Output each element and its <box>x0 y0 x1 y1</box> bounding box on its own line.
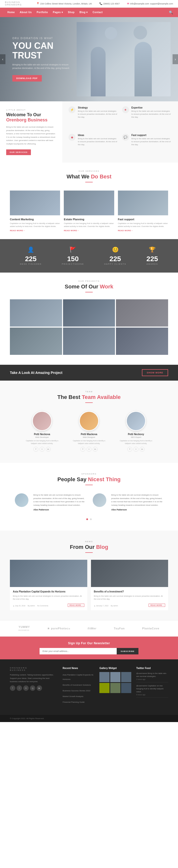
footer-linkedin-icon[interactable]: in <box>23 685 29 691</box>
hero-section: Oru Didration is What YOU CAN TRUST Brin… <box>0 17 178 101</box>
blog-read-1[interactable]: READ MORE › <box>68 603 84 607</box>
nav-blog[interactable]: Blog ▾ <box>77 8 90 17</box>
footer-twitter-icon[interactable]: t <box>16 685 22 691</box>
service-link-3[interactable]: READ MORE › <box>118 229 168 232</box>
testimonial-2: Bring to the table win-win survival stra… <box>93 490 163 515</box>
gallery-thumb-1[interactable] <box>99 672 109 682</box>
phone-text: (0800) 123 4567 <box>103 2 120 5</box>
news-link-5[interactable]: Financial Planning Guide <box>63 701 84 703</box>
gallery-thumb-2[interactable] <box>110 672 120 682</box>
news-link-2[interactable]: Benefits of Investment Solutions <box>63 684 91 686</box>
stats-section: 👤 225 DESK FINISHED 🚩 150 PROJECTSDONE 😊… <box>0 239 178 273</box>
newsletter-title: Sign Up For Our Newsletter <box>10 642 168 645</box>
footer-instagram-icon[interactable]: ig <box>30 685 35 691</box>
portfolio-item-2[interactable]: + <box>63 299 115 327</box>
testimonial-name-2: Alex Patterson <box>111 508 163 511</box>
nav-about[interactable]: About Us <box>17 8 34 17</box>
service-title-1: Content Marketing <box>10 218 60 221</box>
portfolio-item-4[interactable]: + <box>10 328 62 355</box>
twitter-icon-1[interactable]: t <box>40 447 44 452</box>
top-bar: BUSINESS ORENBORG 📍 234 Collins Street W… <box>0 0 178 8</box>
support-icon: 💬 <box>122 134 129 141</box>
service-image-1 <box>10 190 60 215</box>
gallery-thumb-5[interactable] <box>110 683 120 693</box>
gallery-thumb-3[interactable] <box>121 672 131 682</box>
partner-5: PlantaCove <box>142 627 159 630</box>
facebook-icon-2[interactable]: f <box>80 447 85 452</box>
site-logo: BUSINESS ORENBORG <box>5 1 22 6</box>
feature-expertise-desc: Bring to the table win-win survival stra… <box>132 110 172 119</box>
testimonial-avatar-1 <box>15 493 28 507</box>
twitter-icon-3[interactable]: t <box>134 447 138 452</box>
linkedin-icon-2[interactable]: in <box>93 447 98 452</box>
footer-copyright: © Copyright 2022. All Rights Reserved. <box>10 717 44 720</box>
newsletter-submit-button[interactable]: SUBSCRIBE <box>117 648 138 654</box>
twitter-icon-2[interactable]: t <box>86 447 92 452</box>
gallery-thumb-4[interactable] <box>99 683 109 693</box>
nav-portfolio[interactable]: Portfolio <box>34 8 50 17</box>
testimonials-section: SPONSORS People Say Nicest Thing Bring t… <box>0 463 178 530</box>
feature-strategy-content: Strategy Bring to the table win-win surv… <box>78 106 118 119</box>
footer-youtube-icon[interactable]: ▶ <box>37 685 42 691</box>
stat-clients-number: 225 <box>104 255 126 263</box>
stat-awards: 🏆 225 AWARDS <box>146 247 158 265</box>
hero-prev-button[interactable]: ‹ <box>0 54 5 64</box>
dot-2[interactable] <box>90 518 92 520</box>
footer-gallery-title: Gallery Widget <box>99 667 131 670</box>
gallery-thumb-6[interactable] <box>121 683 131 693</box>
cta-text: Take A Look At Amazing Project <box>10 371 62 375</box>
portfolio-item-3[interactable]: + <box>116 299 168 327</box>
hero-cta-button[interactable]: DOWNLOAD PDF <box>12 75 42 82</box>
blog-read-2[interactable]: READ MORE › <box>149 603 165 607</box>
blog-image-1 <box>10 560 87 587</box>
search-icon[interactable]: 🔍 <box>169 10 173 14</box>
stat-clients-icon: 😊 <box>104 247 126 253</box>
blog-grid: Asia Plantation Capital Expands its Hori… <box>0 557 178 613</box>
team-name-3: Petti Neckovy <box>117 433 154 436</box>
nav-shop[interactable]: Shop <box>66 8 77 17</box>
blog-meta-2: ▲ January 7, 2022 By admin READ MORE › <box>94 603 166 607</box>
footer-logo: ORENBORG BUSINESS <box>10 667 58 671</box>
portfolio-label: OUR PROJECTS <box>5 280 173 282</box>
blog-author-1: By admin <box>28 605 35 607</box>
about-cta-button[interactable]: OUR SERVICES <box>6 149 31 155</box>
nav-contact[interactable]: Contact <box>90 8 105 17</box>
news-link-4[interactable]: Market Growth Analysis <box>63 695 83 698</box>
email-info: ✉ info@example.com support@example.com <box>127 2 173 5</box>
portfolio-item-5[interactable]: + <box>63 328 115 355</box>
news-link-1[interactable]: Asia Plantation Capital Expands its Hori… <box>63 674 93 680</box>
services-section: OUR SERVICES What We Do Best Content Mar… <box>0 162 178 239</box>
service-link-2[interactable]: READ MORE › <box>64 229 114 232</box>
services-label: OUR SERVICES <box>5 170 173 172</box>
dot-1[interactable] <box>86 518 88 520</box>
twitter-text-1: @username Bring to the table win-win sur… <box>136 672 168 678</box>
stat-projects-icon: 🚩 <box>62 247 84 253</box>
facebook-icon-3[interactable]: f <box>127 447 132 452</box>
footer-bottom: © Copyright 2022. All Rights Reserved. <box>0 715 178 722</box>
team-social-1: f t in <box>24 447 61 452</box>
cta-button[interactable]: SHOW MORE <box>142 369 168 376</box>
portfolio-item-6[interactable]: + <box>116 328 168 355</box>
team-avatar-3 <box>126 411 146 431</box>
service-link-1[interactable]: READ MORE › <box>10 229 60 232</box>
news-link-3[interactable]: Business Success Stories 2022 <box>63 690 90 692</box>
blog-post-1: Asia Plantation Capital Expands its Hori… <box>10 560 87 611</box>
blog-date-2: ▲ January 7, 2022 <box>94 605 109 607</box>
address-info: 📍 234 Collins Street West Victoria, Lond… <box>36 2 92 5</box>
partner-4: ToyFan <box>114 627 125 630</box>
portfolio-item-1[interactable]: + <box>10 299 62 327</box>
team-role-2: Web Designer <box>70 436 108 438</box>
logo-name: ORENBORG <box>5 4 22 6</box>
linkedin-icon-3[interactable]: in <box>140 447 145 452</box>
facebook-icon-1[interactable]: f <box>33 447 38 452</box>
address-text: 234 Collins Street West Victoria, London… <box>40 2 92 5</box>
blog-section: NEWS From Our Blog Asia Plantation Capit… <box>0 530 178 620</box>
linkedin-icon-1[interactable]: in <box>46 447 51 452</box>
service-card-3: Fast support Capitalize on low hanging f… <box>118 190 168 232</box>
about-title-line1: Welcome To Our <box>6 112 41 117</box>
newsletter-input[interactable] <box>40 648 117 654</box>
footer-facebook-icon[interactable]: f <box>10 685 15 691</box>
nav-pages[interactable]: Pages ▾ <box>50 8 66 17</box>
nav-home[interactable]: Home <box>5 8 17 17</box>
hero-next-button[interactable]: › <box>173 54 178 64</box>
